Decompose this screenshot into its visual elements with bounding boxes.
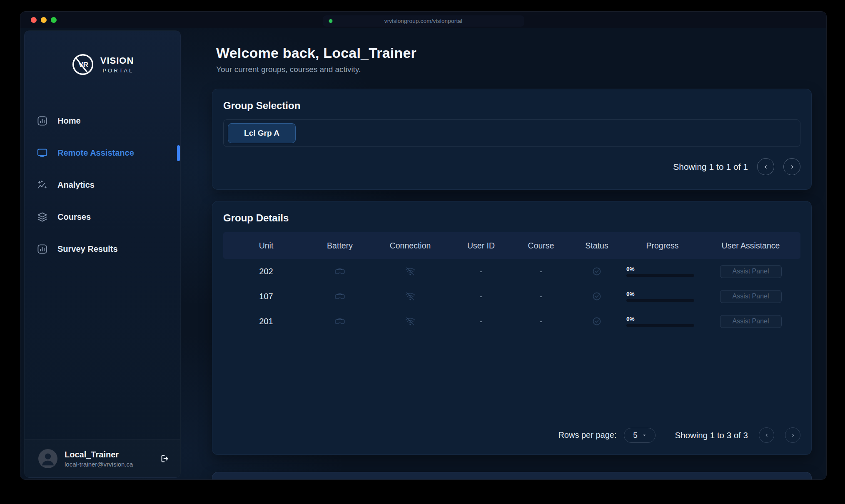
progress-label: 0% (626, 266, 635, 272)
status-cell (570, 266, 624, 276)
close-button[interactable] (31, 17, 37, 23)
rows-per-page-label: Rows per page: (558, 430, 616, 440)
table-row: 201 - - (223, 309, 800, 334)
chart-square-icon (37, 115, 48, 127)
column-header-battery: Battery (309, 241, 371, 251)
wifi-off-icon (405, 316, 416, 327)
course-cell: - (512, 292, 570, 301)
sidebar-item-label: Survey Results (57, 244, 118, 254)
progress-cell: 0% (624, 316, 701, 327)
url-text: vrvisiongroup.com/visionportal (384, 18, 463, 24)
column-header-progress: Progress (624, 241, 701, 251)
showing-text: Showing 1 to 3 of 3 (675, 430, 748, 440)
table-row: 107 - - (223, 284, 800, 309)
connection-cell (371, 291, 450, 302)
page-subtitle: Your current groups, courses and activit… (216, 65, 812, 74)
monitor-icon (37, 147, 48, 159)
group-details-card: Group Details Unit Battery Connection Us… (212, 201, 812, 455)
wifi-off-icon (405, 266, 416, 277)
sidebar-nav: Home Remote Assistance A (25, 110, 180, 260)
progress-bar (626, 274, 694, 277)
svg-text:VR: VR (78, 61, 88, 69)
chevron-left-icon (762, 163, 770, 171)
wifi-off-icon (405, 291, 416, 302)
prev-page-button[interactable] (759, 427, 774, 443)
column-header-user-id: User ID (450, 241, 512, 251)
next-page-button[interactable] (785, 427, 800, 443)
table-header: Unit Battery Connection User ID Course S… (223, 232, 800, 259)
group-chip-lcl-grp-a[interactable]: Lcl Grp A (228, 123, 296, 143)
check-circle-icon (592, 316, 602, 326)
sidebar-item-courses[interactable]: Courses (25, 206, 180, 228)
battery-cell (309, 316, 371, 327)
active-indicator (177, 145, 180, 161)
chevron-right-icon (790, 432, 796, 439)
brand-logo: VR VISION PORTAL (25, 51, 180, 78)
vr-logo-icon: VR (71, 53, 95, 76)
page-title: Welcome back, Local_Trainer (216, 45, 812, 61)
sidebar-item-remote-assistance[interactable]: Remote Assistance (25, 142, 180, 164)
caret-down-icon (642, 433, 647, 438)
traffic-lights (31, 17, 57, 23)
course-cell: - (512, 267, 570, 276)
zoom-button[interactable] (51, 17, 57, 23)
assist-panel-button[interactable]: Assist Panel (720, 290, 782, 303)
minimize-button[interactable] (41, 17, 47, 23)
showing-text: Showing 1 to 1 of 1 (673, 162, 748, 172)
main-content: Welcome back, Local_Trainer Your current… (212, 28, 812, 479)
check-circle-icon (592, 266, 602, 276)
column-header-course: Course (512, 241, 570, 251)
prev-page-button[interactable] (757, 158, 774, 175)
group-selection-card: Group Selection Lcl Grp A Showing 1 to 1… (212, 89, 812, 190)
column-header-unit: Unit (223, 241, 309, 251)
battery-cell (309, 291, 371, 302)
content-area: VR VISION PORTAL Home (20, 28, 826, 479)
logout-button[interactable] (158, 452, 170, 465)
group-list: Lcl Grp A (223, 119, 800, 147)
progress-cell: 0% (624, 266, 701, 277)
user-id-cell: - (450, 317, 512, 326)
column-header-user-assistance: User Assistance (701, 241, 800, 251)
connection-cell (371, 316, 450, 327)
brand-subtitle: PORTAL (100, 67, 134, 74)
sidebar-item-analytics[interactable]: Analytics (25, 174, 180, 196)
next-page-button[interactable] (783, 158, 800, 175)
trend-sparkle-icon (37, 179, 48, 191)
vr-headset-icon (334, 291, 345, 302)
brand-name: VISION (100, 55, 134, 66)
progress-label: 0% (626, 291, 635, 297)
user-name: Local_Trainer (65, 450, 133, 459)
avatar (38, 449, 57, 468)
app-window: vrvisiongroup.com/visionportal VR VISION… (20, 11, 827, 480)
unit-cell: 201 (223, 317, 309, 326)
sidebar-item-label: Courses (57, 212, 91, 222)
table-footer: Rows per page: 5 Showing 1 to 3 of 3 (223, 427, 800, 443)
assist-panel-button[interactable]: Assist Panel (720, 315, 782, 328)
group-selection-pagination: Showing 1 to 1 of 1 (223, 158, 800, 175)
user-panel: Local_Trainer local-trainer@vrvision.ca (25, 439, 180, 477)
progress-bar (626, 324, 694, 327)
sidebar-item-home[interactable]: Home (25, 110, 180, 132)
column-header-status: Status (570, 241, 624, 251)
user-id-cell: - (450, 267, 512, 276)
battery-cell (309, 266, 371, 277)
chevron-left-icon (763, 432, 770, 439)
rows-per-page-value: 5 (633, 431, 638, 440)
address-bar[interactable]: vrvisiongroup.com/visionportal (323, 15, 524, 27)
unit-cell: 107 (223, 292, 309, 301)
column-header-connection: Connection (371, 241, 450, 251)
vr-headset-icon (334, 316, 345, 327)
rows-per-page-select[interactable]: 5 (624, 428, 656, 443)
sidebar-item-survey-results[interactable]: Survey Results (25, 238, 180, 260)
chevron-right-icon (788, 163, 796, 171)
titlebar: vrvisiongroup.com/visionportal (20, 12, 826, 28)
assist-panel-button[interactable]: Assist Panel (720, 265, 782, 278)
vr-headset-icon (334, 266, 345, 277)
group-selection-title: Group Selection (223, 100, 800, 112)
unit-cell: 202 (223, 267, 309, 276)
secure-dot-icon (329, 19, 332, 23)
layers-icon (37, 211, 48, 223)
sidebar-item-label: Home (57, 116, 81, 126)
table-row: 202 - - (223, 259, 800, 284)
course-cell: - (512, 317, 570, 326)
